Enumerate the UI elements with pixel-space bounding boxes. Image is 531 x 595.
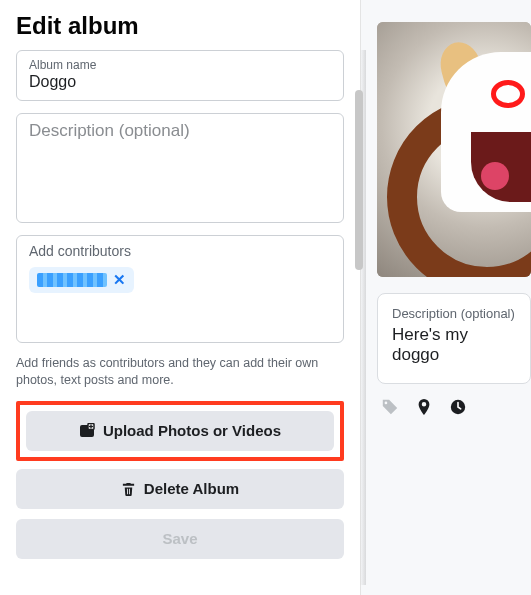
contributor-chip[interactable]: ✕ (29, 267, 134, 293)
album-name-label: Album name (29, 58, 331, 72)
contributors-field[interactable]: Add contributors ✕ (16, 235, 344, 343)
photo-caption-card[interactable]: Description (optional) Here's my doggo (377, 293, 531, 384)
trash-icon (121, 481, 136, 496)
contributors-label: Add contributors (29, 243, 331, 259)
tutorial-highlight: Upload Photos or Videos (16, 401, 344, 461)
contributor-name-redacted (37, 273, 107, 287)
remove-contributor-icon[interactable]: ✕ (113, 271, 126, 289)
left-panel: Edit album Album name Description (optio… (0, 0, 360, 595)
page-title: Edit album (16, 12, 344, 40)
save-button-label: Save (162, 530, 197, 547)
delete-album-button[interactable]: Delete Album (16, 469, 344, 509)
contributors-help-text: Add friends as contributors and they can… (16, 355, 344, 389)
photo-glasses (491, 80, 525, 112)
photo-meta-row (381, 398, 531, 421)
upload-photo-icon (79, 423, 95, 439)
description-field[interactable]: Description (optional) (16, 113, 344, 223)
upload-button-label: Upload Photos or Videos (103, 422, 281, 439)
tag-icon[interactable] (381, 398, 399, 421)
album-photo-preview[interactable] (377, 22, 531, 277)
scrollbar[interactable] (355, 90, 363, 270)
album-name-field[interactable]: Album name (16, 50, 344, 101)
caption-label: Description (optional) (392, 306, 516, 321)
caption-value: Here's my doggo (392, 325, 516, 365)
delete-button-label: Delete Album (144, 480, 239, 497)
location-pin-icon[interactable] (415, 398, 433, 421)
description-placeholder: Description (optional) (29, 121, 331, 141)
clock-icon[interactable] (449, 398, 467, 421)
save-button[interactable]: Save (16, 519, 344, 559)
album-name-input[interactable] (29, 73, 331, 91)
edit-album-modal: Edit album Album name Description (optio… (0, 0, 531, 595)
preview-panel: Description (optional) Here's my doggo (360, 0, 531, 595)
upload-button[interactable]: Upload Photos or Videos (26, 411, 334, 451)
